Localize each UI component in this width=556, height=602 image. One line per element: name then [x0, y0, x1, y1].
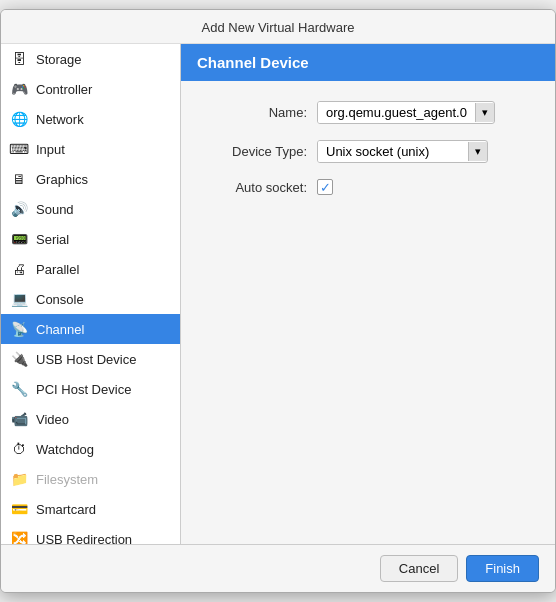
- finish-button[interactable]: Finish: [466, 555, 539, 582]
- sidebar-item-controller[interactable]: 🎮Controller: [1, 74, 180, 104]
- sidebar: 🗄Storage🎮Controller🌐Network⌨Input🖥Graphi…: [1, 44, 181, 544]
- add-virtual-hardware-dialog: Add New Virtual Hardware 🗄Storage🎮Contro…: [0, 9, 556, 593]
- auto-socket-control: ✓: [317, 179, 333, 195]
- pci-host-device-icon: 🔧: [9, 379, 29, 399]
- name-value: org.qemu.guest_agent.0: [318, 102, 475, 123]
- auto-socket-label: Auto socket:: [197, 180, 307, 195]
- sidebar-item-console[interactable]: 💻Console: [1, 284, 180, 314]
- sidebar-item-label-usb-redirection: USB Redirection: [36, 532, 132, 545]
- dialog-title: Add New Virtual Hardware: [1, 10, 555, 44]
- device-type-label: Device Type:: [197, 144, 307, 159]
- sidebar-item-usb-host-device[interactable]: 🔌USB Host Device: [1, 344, 180, 374]
- content-area: Channel Device Name: org.qemu.guest_agen…: [181, 44, 555, 544]
- smartcard-icon: 💳: [9, 499, 29, 519]
- sidebar-item-parallel[interactable]: 🖨Parallel: [1, 254, 180, 284]
- sidebar-item-filesystem: 📁Filesystem: [1, 464, 180, 494]
- sidebar-item-label-pci-host-device: PCI Host Device: [36, 382, 131, 397]
- sidebar-item-label-controller: Controller: [36, 82, 92, 97]
- sidebar-item-label-serial: Serial: [36, 232, 69, 247]
- name-control: org.qemu.guest_agent.0 ▾: [317, 101, 495, 124]
- sidebar-item-graphics[interactable]: 🖥Graphics: [1, 164, 180, 194]
- graphics-icon: 🖥: [9, 169, 29, 189]
- sidebar-item-label-graphics: Graphics: [36, 172, 88, 187]
- sidebar-item-input[interactable]: ⌨Input: [1, 134, 180, 164]
- sound-icon: 🔊: [9, 199, 29, 219]
- sidebar-item-usb-redirection[interactable]: 🔀USB Redirection: [1, 524, 180, 544]
- device-type-dropdown-arrow[interactable]: ▾: [468, 142, 487, 161]
- sidebar-item-label-input: Input: [36, 142, 65, 157]
- sidebar-item-label-channel: Channel: [36, 322, 84, 337]
- sidebar-item-network[interactable]: 🌐Network: [1, 104, 180, 134]
- cancel-button[interactable]: Cancel: [380, 555, 458, 582]
- sidebar-item-label-storage: Storage: [36, 52, 82, 67]
- dialog-body: 🗄Storage🎮Controller🌐Network⌨Input🖥Graphi…: [1, 44, 555, 544]
- parallel-icon: 🖨: [9, 259, 29, 279]
- sidebar-item-label-sound: Sound: [36, 202, 74, 217]
- sidebar-item-smartcard[interactable]: 💳Smartcard: [1, 494, 180, 524]
- network-icon: 🌐: [9, 109, 29, 129]
- usb-redirection-icon: 🔀: [9, 529, 29, 544]
- serial-icon: 📟: [9, 229, 29, 249]
- name-dropdown[interactable]: org.qemu.guest_agent.0 ▾: [317, 101, 495, 124]
- storage-icon: 🗄: [9, 49, 29, 69]
- sidebar-item-channel[interactable]: 📡Channel: [1, 314, 180, 344]
- device-type-row: Device Type: Unix socket (unix) ▾: [197, 140, 539, 163]
- sidebar-item-label-smartcard: Smartcard: [36, 502, 96, 517]
- controller-icon: 🎮: [9, 79, 29, 99]
- device-type-value: Unix socket (unix): [318, 141, 468, 162]
- console-icon: 💻: [9, 289, 29, 309]
- channel-icon: 📡: [9, 319, 29, 339]
- sidebar-item-watchdog[interactable]: ⏱Watchdog: [1, 434, 180, 464]
- sidebar-item-label-network: Network: [36, 112, 84, 127]
- auto-socket-checkbox[interactable]: ✓: [317, 179, 333, 195]
- content-form: Name: org.qemu.guest_agent.0 ▾ Device Ty…: [181, 81, 555, 544]
- name-dropdown-arrow[interactable]: ▾: [475, 103, 494, 122]
- sidebar-item-label-console: Console: [36, 292, 84, 307]
- video-icon: 📹: [9, 409, 29, 429]
- usb-host-device-icon: 🔌: [9, 349, 29, 369]
- filesystem-icon: 📁: [9, 469, 29, 489]
- content-header: Channel Device: [181, 44, 555, 81]
- sidebar-item-serial[interactable]: 📟Serial: [1, 224, 180, 254]
- watchdog-icon: ⏱: [9, 439, 29, 459]
- sidebar-item-label-parallel: Parallel: [36, 262, 79, 277]
- sidebar-item-storage[interactable]: 🗄Storage: [1, 44, 180, 74]
- name-label: Name:: [197, 105, 307, 120]
- input-icon: ⌨: [9, 139, 29, 159]
- sidebar-item-pci-host-device[interactable]: 🔧PCI Host Device: [1, 374, 180, 404]
- dialog-footer: Cancel Finish: [1, 544, 555, 592]
- name-row: Name: org.qemu.guest_agent.0 ▾: [197, 101, 539, 124]
- sidebar-item-sound[interactable]: 🔊Sound: [1, 194, 180, 224]
- sidebar-item-label-watchdog: Watchdog: [36, 442, 94, 457]
- sidebar-item-label-filesystem: Filesystem: [36, 472, 98, 487]
- sidebar-item-label-video: Video: [36, 412, 69, 427]
- sidebar-item-video[interactable]: 📹Video: [1, 404, 180, 434]
- auto-socket-row: Auto socket: ✓: [197, 179, 539, 195]
- device-type-control: Unix socket (unix) ▾: [317, 140, 488, 163]
- device-type-dropdown[interactable]: Unix socket (unix) ▾: [317, 140, 488, 163]
- sidebar-item-label-usb-host-device: USB Host Device: [36, 352, 136, 367]
